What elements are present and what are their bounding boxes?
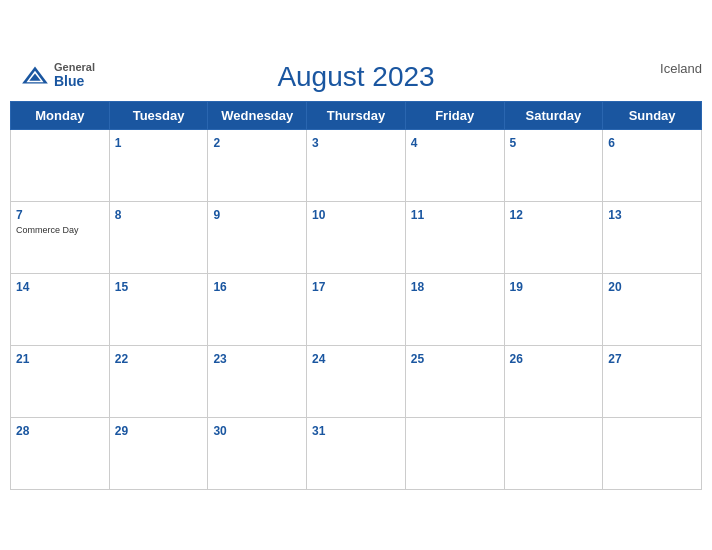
calendar-cell: 10 xyxy=(307,201,406,273)
day-number: 9 xyxy=(213,208,220,222)
calendar-cell: 23 xyxy=(208,345,307,417)
calendar-cell: 22 xyxy=(109,345,208,417)
calendar-header: General Blue August 2023 Iceland xyxy=(10,61,702,93)
day-number: 7 xyxy=(16,208,23,222)
calendar-cell: 6 xyxy=(603,129,702,201)
day-number: 2 xyxy=(213,136,220,150)
calendar-wrapper: General Blue August 2023 Iceland MondayT… xyxy=(0,51,712,500)
calendar-table: MondayTuesdayWednesdayThursdayFridaySatu… xyxy=(10,101,702,490)
calendar-cell: 9 xyxy=(208,201,307,273)
calendar-cell: 21 xyxy=(11,345,110,417)
weekday-header-tuesday: Tuesday xyxy=(109,101,208,129)
calendar-cell xyxy=(11,129,110,201)
day-number: 11 xyxy=(411,208,424,222)
logo-general: General xyxy=(54,61,95,73)
calendar-cell: 17 xyxy=(307,273,406,345)
country-label: Iceland xyxy=(660,61,702,76)
calendar-cell: 4 xyxy=(405,129,504,201)
calendar-cell: 18 xyxy=(405,273,504,345)
calendar-cell: 2 xyxy=(208,129,307,201)
logo-icon xyxy=(20,65,50,85)
day-number: 25 xyxy=(411,352,424,366)
calendar-cell: 25 xyxy=(405,345,504,417)
week-row-5: 28293031 xyxy=(11,417,702,489)
calendar-cell: 15 xyxy=(109,273,208,345)
calendar-cell: 27 xyxy=(603,345,702,417)
calendar-cell: 7Commerce Day xyxy=(11,201,110,273)
day-number: 4 xyxy=(411,136,418,150)
day-number: 26 xyxy=(510,352,523,366)
day-number: 3 xyxy=(312,136,319,150)
calendar-cell: 12 xyxy=(504,201,603,273)
calendar-cell: 1 xyxy=(109,129,208,201)
day-number: 14 xyxy=(16,280,29,294)
calendar-cell: 24 xyxy=(307,345,406,417)
day-number: 8 xyxy=(115,208,122,222)
day-number: 18 xyxy=(411,280,424,294)
day-number: 15 xyxy=(115,280,128,294)
calendar-cell: 28 xyxy=(11,417,110,489)
week-row-2: 7Commerce Day8910111213 xyxy=(11,201,702,273)
day-number: 21 xyxy=(16,352,29,366)
weekday-header-wednesday: Wednesday xyxy=(208,101,307,129)
calendar-cell: 5 xyxy=(504,129,603,201)
day-number: 29 xyxy=(115,424,128,438)
day-number: 6 xyxy=(608,136,615,150)
logo-blue: Blue xyxy=(54,73,95,89)
day-number: 22 xyxy=(115,352,128,366)
day-number: 16 xyxy=(213,280,226,294)
calendar-cell xyxy=(603,417,702,489)
calendar-cell: 8 xyxy=(109,201,208,273)
weekday-header-monday: Monday xyxy=(11,101,110,129)
day-number: 17 xyxy=(312,280,325,294)
calendar-cell: 31 xyxy=(307,417,406,489)
calendar-cell: 30 xyxy=(208,417,307,489)
weekday-header-saturday: Saturday xyxy=(504,101,603,129)
day-number: 27 xyxy=(608,352,621,366)
day-number: 10 xyxy=(312,208,325,222)
day-number: 20 xyxy=(608,280,621,294)
week-row-3: 14151617181920 xyxy=(11,273,702,345)
calendar-cell xyxy=(504,417,603,489)
week-row-1: 123456 xyxy=(11,129,702,201)
day-number: 1 xyxy=(115,136,122,150)
calendar-cell: 14 xyxy=(11,273,110,345)
weekday-header-friday: Friday xyxy=(405,101,504,129)
week-row-4: 21222324252627 xyxy=(11,345,702,417)
weekday-header-thursday: Thursday xyxy=(307,101,406,129)
calendar-cell xyxy=(405,417,504,489)
calendar-cell: 20 xyxy=(603,273,702,345)
day-number: 23 xyxy=(213,352,226,366)
month-title: August 2023 xyxy=(277,61,434,93)
calendar-cell: 13 xyxy=(603,201,702,273)
day-number: 13 xyxy=(608,208,621,222)
day-number: 24 xyxy=(312,352,325,366)
calendar-cell: 3 xyxy=(307,129,406,201)
day-number: 5 xyxy=(510,136,517,150)
calendar-cell: 26 xyxy=(504,345,603,417)
weekday-header-sunday: Sunday xyxy=(603,101,702,129)
day-number: 30 xyxy=(213,424,226,438)
calendar-cell: 29 xyxy=(109,417,208,489)
weekday-header-row: MondayTuesdayWednesdayThursdayFridaySatu… xyxy=(11,101,702,129)
calendar-cell: 11 xyxy=(405,201,504,273)
day-number: 19 xyxy=(510,280,523,294)
logo: General Blue xyxy=(20,61,95,89)
event-label: Commerce Day xyxy=(16,225,104,235)
calendar-cell: 19 xyxy=(504,273,603,345)
day-number: 31 xyxy=(312,424,325,438)
day-number: 28 xyxy=(16,424,29,438)
day-number: 12 xyxy=(510,208,523,222)
calendar-cell: 16 xyxy=(208,273,307,345)
